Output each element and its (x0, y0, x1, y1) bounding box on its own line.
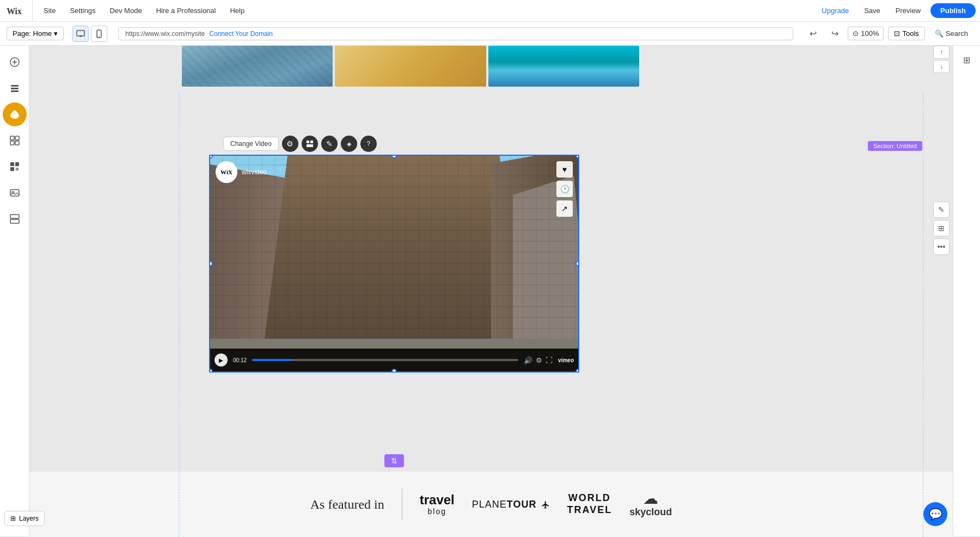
fullscreen-icon[interactable]: ⛶ (546, 356, 553, 364)
video-layout-button[interactable] (302, 136, 318, 152)
wixvideo-label: wixvideo (242, 168, 267, 176)
search-button[interactable]: 🔍 Search (929, 27, 973, 40)
brand-travel-blog: travel blog (420, 493, 455, 516)
upgrade-button[interactable]: Upgrade (816, 7, 854, 15)
video-heart-icon[interactable]: ♥ (556, 161, 573, 178)
resize-handle-bl[interactable] (209, 369, 213, 373)
resize-handle-tr[interactable] (575, 155, 579, 158)
video-toolbar: Change Video ⚙ ✎ ◈ ? (223, 136, 377, 152)
page-selector[interactable]: Page: Home ▾ (7, 27, 64, 40)
chevron-down-icon: ▾ (54, 29, 58, 38)
sidebar-add-elements[interactable] (3, 155, 27, 179)
panel-pen-icon[interactable]: ✎ (933, 202, 950, 218)
publish-button[interactable]: Publish (930, 3, 976, 18)
featured-divider (402, 488, 402, 521)
brand-skycloud: ☁ skycloud (629, 491, 672, 518)
sidebar-add[interactable] (3, 50, 27, 74)
progress-bar[interactable] (252, 359, 518, 361)
world-travel-text: WORLDTRAVEL (567, 492, 612, 516)
wix-watermark: WiX wixvideo (216, 161, 267, 183)
page-label: Page: Home (13, 29, 52, 38)
sidebar-apps[interactable] (3, 129, 27, 152)
svg-rect-15 (15, 141, 19, 145)
video-clock-icon[interactable]: 🕐 (556, 181, 573, 197)
nav-hire[interactable]: Hire a Professional (150, 0, 223, 21)
skycloud-text: skycloud (629, 507, 672, 518)
url-bar: https://www.wix.com/mysite Connect Your … (118, 27, 793, 40)
volume-icon[interactable]: 🔊 (524, 356, 532, 364)
svg-rect-18 (10, 167, 14, 171)
panel-grid-icon[interactable]: ⊞ (933, 220, 950, 236)
nav-up-button[interactable]: ↑ (933, 46, 950, 59)
cloud-icon: ☁ (643, 491, 658, 507)
svg-rect-9 (11, 85, 19, 87)
wix-logo: Wix (0, 0, 33, 21)
nav-settings[interactable]: Settings (63, 0, 102, 21)
change-video-button[interactable]: Change Video (223, 137, 279, 151)
right-sidebar-layers[interactable]: ⊞ (957, 50, 977, 70)
svg-rect-24 (10, 215, 19, 218)
video-pen-button[interactable]: ✎ (321, 136, 338, 152)
image-strip (182, 46, 639, 87)
video-share-icon[interactable]: ↗ (556, 200, 573, 217)
svg-rect-22 (10, 190, 19, 196)
secondbar: Page: Home ▾ https://www.wix.com/mysite … (0, 22, 980, 46)
vimeo-logo: vimeo (558, 357, 574, 363)
nav-devmode[interactable]: Dev Mode (103, 0, 148, 21)
sidebar-sections[interactable] (3, 207, 27, 231)
guide-left (179, 91, 179, 537)
nav-down-button[interactable]: ↓ (933, 60, 950, 73)
save-button[interactable]: Save (859, 7, 886, 15)
video-animate-button[interactable]: ◈ (341, 136, 357, 152)
svg-rect-11 (11, 90, 19, 92)
zoom-control[interactable]: ⊙ 100% (848, 27, 884, 40)
svg-rect-13 (15, 136, 19, 140)
svg-rect-27 (310, 141, 313, 143)
search-label: Search (946, 29, 968, 38)
chat-button[interactable]: 💬 (923, 502, 947, 526)
tools-icon: ⊡ (894, 29, 900, 38)
preview-button[interactable]: Preview (890, 7, 926, 15)
brand-world-travel: WORLDTRAVEL (567, 492, 612, 516)
view-icons (72, 26, 107, 42)
svg-rect-12 (10, 136, 14, 140)
windows-overlay (210, 156, 578, 339)
video-help-button[interactable]: ? (360, 136, 377, 152)
undo-button[interactable]: ↩ (804, 25, 822, 42)
zoom-icon: ⊙ (853, 29, 859, 38)
nav-help[interactable]: Help (223, 0, 251, 21)
chat-icon: 💬 (929, 508, 942, 521)
connect-domain-link[interactable]: Connect Your Domain (209, 30, 273, 38)
video-controls: ▶ 00:12 🔊 ⚙ ⛶ vimeo (210, 349, 578, 371)
image-1 (182, 46, 333, 87)
tools-button[interactable]: ⊡ Tools (888, 27, 924, 40)
time-display: 00:12 (233, 357, 247, 363)
resize-handle-mr[interactable] (575, 261, 579, 266)
video-side-icons: ♥ 🕐 ↗ (556, 161, 573, 217)
video-player-container[interactable]: Video Player ⬇ ⬆ WiX wixv (209, 155, 579, 373)
settings-video-icon[interactable]: ⚙ (536, 356, 542, 364)
mobile-view-button[interactable] (91, 26, 107, 42)
play-button[interactable]: ▶ (215, 353, 228, 367)
sidebar-design[interactable] (3, 102, 27, 126)
zoom-value: 100% (861, 29, 879, 38)
video-settings-button[interactable]: ⚙ (282, 136, 298, 152)
redo-button[interactable]: ↪ (826, 25, 843, 42)
svg-rect-17 (15, 162, 19, 166)
layers-label: Layers (19, 515, 39, 522)
panel-more-icon[interactable]: ••• (933, 239, 950, 255)
tools-label: Tools (902, 29, 918, 38)
image-3 (488, 46, 639, 87)
resize-handle-br[interactable] (575, 369, 579, 373)
travel-blog-text: travel blog (420, 493, 455, 516)
desktop-view-button[interactable] (72, 26, 89, 42)
as-featured-in-text: As featured in (310, 497, 384, 512)
secondbar-right: ↩ ↪ ⊙ 100% ⊡ Tools 🔍 Search (804, 25, 973, 42)
video-scene: WiX wixvideo ♥ 🕐 ↗ ▶ 00:12 🔊 ⚙ (210, 156, 578, 371)
move-handle[interactable]: ⇅ (384, 454, 404, 467)
sidebar-pages[interactable] (3, 76, 27, 100)
sidebar-media[interactable] (3, 181, 27, 205)
nav-site[interactable]: Site (37, 0, 62, 21)
layers-button[interactable]: ⊞ Layers (4, 511, 45, 526)
resize-handle-bm[interactable] (391, 369, 397, 373)
